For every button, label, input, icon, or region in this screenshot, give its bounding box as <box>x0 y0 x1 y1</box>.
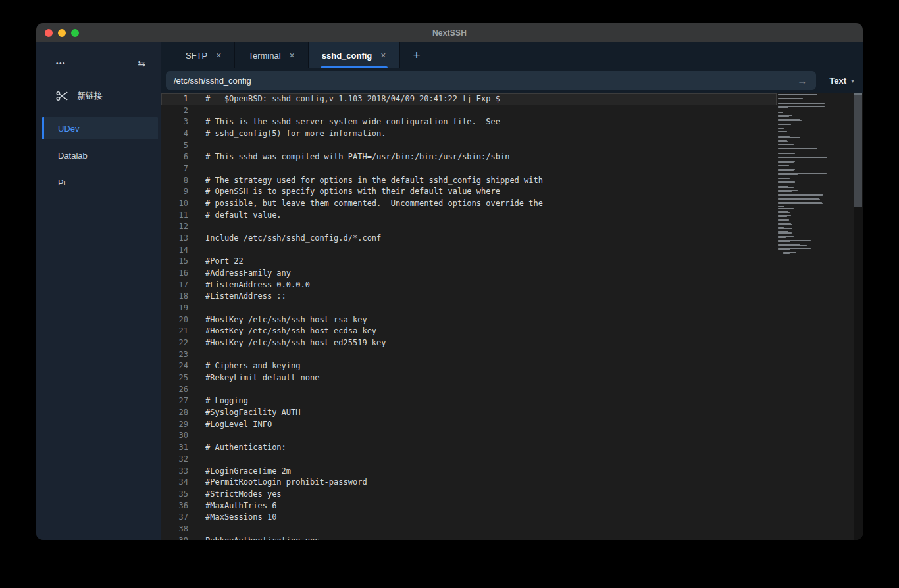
minimap-line-strip <box>778 176 798 176</box>
minimap-line-strip <box>778 191 792 192</box>
editor-line[interactable]: 32 <box>161 454 777 466</box>
minimap-line-strip <box>778 116 789 117</box>
editor-line[interactable]: 37#MaxSessions 10 <box>161 512 777 524</box>
tab-close-icon[interactable]: × <box>380 50 386 61</box>
minimap-line-strip <box>778 248 811 249</box>
line-text: #ListenAddress 0.0.0.0 <box>205 280 310 291</box>
editor-line[interactable]: 1# $OpenBSD: sshd_config,v 1.103 2018/04… <box>161 93 777 105</box>
line-text: #ListenAddress :: <box>205 291 286 303</box>
minimap-line-strip <box>778 231 788 232</box>
editor-line[interactable]: 30 <box>161 430 777 442</box>
editor-line[interactable]: 27# Logging <box>161 395 777 407</box>
editor-line[interactable]: 34#PermitRootLogin prohibit-password <box>161 477 777 489</box>
minimap-line-strip <box>778 174 798 175</box>
editor-line[interactable]: 4# sshd_config(5) for more information. <box>161 128 777 140</box>
minimap-line-strip <box>778 130 791 130</box>
editor-line[interactable]: 20#HostKey /etc/ssh/ssh_host_rsa_key <box>161 314 777 326</box>
editor-line[interactable]: 5 <box>161 140 777 152</box>
editor-line[interactable]: 22#HostKey /etc/ssh/ssh_host_ed25519_key <box>161 337 777 349</box>
path-input[interactable]: /etc/ssh/sshd_config → <box>166 71 816 90</box>
code-editor[interactable]: 1# $OpenBSD: sshd_config,v 1.103 2018/04… <box>161 93 863 540</box>
editor-line[interactable]: 10# possible, but leave them commented. … <box>161 198 777 210</box>
editor-line[interactable]: 28#SyslogFacility AUTH <box>161 407 777 419</box>
minimap-line-strip <box>778 119 800 120</box>
editor-line[interactable]: 19 <box>161 303 777 314</box>
minimap-line-strip <box>778 228 792 229</box>
editor-line[interactable]: 14 <box>161 245 777 257</box>
editor-line[interactable]: 21#HostKey /etc/ssh/ssh_host_ecdsa_key <box>161 326 777 337</box>
editor-line[interactable]: 2 <box>161 105 777 117</box>
editor-line[interactable]: 17#ListenAddress 0.0.0.0 <box>161 280 777 291</box>
more-menu-icon[interactable]: ••• <box>56 60 66 67</box>
editor-line[interactable]: 6# This sshd was compiled with PATH=/usr… <box>161 151 777 163</box>
editor-line[interactable]: 36#MaxAuthTries 6 <box>161 501 777 512</box>
minimap-line-strip <box>778 140 787 141</box>
line-number: 1 <box>161 93 188 105</box>
app-window: NextSSH ••• ⇆ 新链接 <box>36 23 863 540</box>
line-text: #LoginGraceTime 2m <box>205 466 291 478</box>
editor-line[interactable]: 3# This is the sshd server system-wide c… <box>161 116 777 128</box>
new-connection-button[interactable]: 新链接 <box>56 90 161 102</box>
editor-line[interactable]: 31# Authentication: <box>161 442 777 454</box>
minimap-line-strip <box>778 190 798 191</box>
new-tab-button[interactable]: + <box>400 42 434 68</box>
tab-close-icon[interactable]: × <box>216 50 221 61</box>
line-text: #HostKey /etc/ssh/ssh_host_rsa_key <box>205 314 367 326</box>
editor-line[interactable]: 35#StrictModes yes <box>161 489 777 501</box>
minimap-line-strip <box>778 141 788 142</box>
window-content: ••• ⇆ 新链接 UDevDatalabPi <box>36 42 863 540</box>
line-number: 38 <box>161 524 188 535</box>
line-number: 11 <box>161 210 188 222</box>
syntax-mode-dropdown[interactable]: Text ▾ <box>819 68 863 93</box>
minimap-line-strip <box>778 160 815 160</box>
line-number: 16 <box>161 268 188 280</box>
swap-transfer-icon[interactable]: ⇆ <box>138 58 145 68</box>
editor-line[interactable]: 11# default value. <box>161 210 777 222</box>
go-arrow-icon[interactable]: → <box>797 75 808 86</box>
sidebar-item-pi[interactable]: Pi <box>42 171 158 193</box>
editor-line[interactable]: 16#AddressFamily any <box>161 268 777 280</box>
editor-line[interactable]: 13Include /etc/ssh/sshd_config.d/*.conf <box>161 233 777 245</box>
line-number: 33 <box>161 466 188 478</box>
minimap-line-strip <box>778 189 797 189</box>
editor-line[interactable]: 23 <box>161 349 777 361</box>
editor-line[interactable]: 29#LogLevel INFO <box>161 419 777 431</box>
line-number: 18 <box>161 291 188 303</box>
minimap[interactable] <box>778 94 831 256</box>
editor-line[interactable]: 12 <box>161 221 777 233</box>
editor-line[interactable]: 18#ListenAddress :: <box>161 291 777 303</box>
new-connection-label: 新链接 <box>77 90 103 102</box>
minimap-line-strip <box>778 215 791 216</box>
line-number: 13 <box>161 233 188 245</box>
line-text: #SyslogFacility AUTH <box>205 407 301 419</box>
editor-line[interactable]: 39PubkeyAuthentication yes <box>161 535 777 540</box>
minimap-line-strip <box>778 151 798 151</box>
minimap-line-strip <box>778 237 786 238</box>
sidebar-item-datalab[interactable]: Datalab <box>42 144 158 166</box>
editor-line[interactable]: 26 <box>161 384 777 396</box>
sidebar-item-udev[interactable]: UDev <box>42 117 158 139</box>
tab-sshd_config[interactable]: sshd_config× <box>308 42 400 68</box>
minimap-line-strip <box>778 110 802 110</box>
line-text: # Ciphers and keying <box>205 360 301 372</box>
minimap-line-strip <box>778 107 788 108</box>
editor-line[interactable]: 38 <box>161 524 777 535</box>
tab-sftp[interactable]: SFTP× <box>172 42 234 68</box>
tab-terminal[interactable]: Terminal× <box>234 42 307 68</box>
editor-line[interactable]: 7 <box>161 163 777 175</box>
minimap-line-strip <box>778 139 788 139</box>
scrollbar-thumb[interactable] <box>854 93 862 207</box>
line-number: 28 <box>161 407 188 419</box>
file-path-text: /etc/ssh/sshd_config <box>174 76 797 86</box>
tab-close-icon[interactable]: × <box>290 50 295 61</box>
tab-label: sshd_config <box>322 51 372 61</box>
editor-line[interactable]: 15#Port 22 <box>161 256 777 268</box>
editor-scrollbar[interactable] <box>854 93 863 540</box>
editor-line[interactable]: 9# OpenSSH is to specify options with th… <box>161 186 777 198</box>
editor-line[interactable]: 25#RekeyLimit default none <box>161 372 777 384</box>
editor-line[interactable]: 33#LoginGraceTime 2m <box>161 466 777 478</box>
minimap-line-strip <box>778 241 790 242</box>
editor-line[interactable]: 8# The strategy used for options in the … <box>161 175 777 187</box>
editor-line[interactable]: 24# Ciphers and keying <box>161 360 777 372</box>
main-area: SFTP×Terminal×sshd_config× + /etc/ssh/ss… <box>161 42 863 540</box>
